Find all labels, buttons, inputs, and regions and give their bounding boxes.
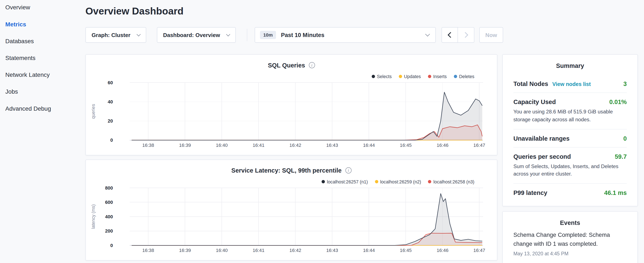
svg-text:16:46: 16:46 (437, 143, 448, 148)
now-button[interactable]: Now (479, 27, 503, 43)
svg-text:200: 200 (105, 228, 113, 234)
time-range-dropdown[interactable]: 10m Past 10 Minutes (255, 27, 436, 43)
event-item[interactable]: Schema Change Completed: Schema change w… (502, 229, 638, 256)
svg-text:16:45: 16:45 (400, 143, 412, 148)
svg-text:400: 400 (105, 214, 113, 219)
svg-text:16:38: 16:38 (142, 143, 154, 148)
summary-label: Capacity Used (514, 98, 556, 105)
graph-scope-dropdown[interactable]: Graph: Cluster (86, 27, 146, 43)
svg-text:latency (ms): latency (ms) (91, 204, 96, 229)
summary-description: You are using 28.6 MiB of 515.9 GiB usab… (514, 108, 627, 123)
time-prev-button[interactable] (442, 27, 458, 43)
summary-row-capacity-used: Capacity Used 0.01% You are using 28.6 M… (514, 93, 627, 129)
time-next-button[interactable] (458, 27, 474, 43)
time-nav-group (442, 27, 474, 43)
svg-text:16:47: 16:47 (474, 143, 486, 148)
chevron-down-icon (425, 32, 430, 36)
svg-text:16:40: 16:40 (216, 248, 228, 253)
svg-text:0: 0 (110, 137, 113, 143)
sidebar-item-advanced-debug[interactable]: Advanced Debug (0, 100, 80, 117)
summary-value: 3 (624, 80, 627, 87)
app-root: Overview Metrics Databases Statements Ne… (0, 0, 644, 263)
sidebar-nav: Overview Metrics Databases Statements Ne… (0, 0, 80, 263)
svg-text:16:43: 16:43 (326, 143, 338, 148)
summary-title: Summary (502, 55, 638, 75)
summary-body: Total Nodes View nodes list 3 Capacity U… (502, 75, 638, 201)
svg-text:16:42: 16:42 (289, 248, 301, 253)
chevron-right-icon (462, 32, 468, 38)
event-timestamp: May 13, 2020 at 4:45 PM (514, 251, 627, 256)
summary-label: P99 latency (514, 189, 547, 196)
controls-divider (247, 29, 247, 41)
summary-row-total-nodes: Total Nodes View nodes list 3 (514, 75, 627, 93)
svg-text:16:38: 16:38 (142, 248, 154, 253)
svg-text:40: 40 (108, 99, 113, 105)
sql-queries-chart-panel: SQL Queries i SelectsUpdatesInsertsDelet… (86, 54, 498, 155)
summary-row-p99-latency: P99 latency 46.1 ms (514, 183, 627, 201)
summary-description: Sum of Selects, Updates, Inserts, and De… (514, 163, 627, 178)
svg-text:16:40: 16:40 (216, 143, 228, 148)
sidebar-item-overview[interactable]: Overview (0, 0, 80, 16)
summary-label: Queries per second (514, 153, 571, 160)
dashboard-dropdown[interactable]: Dashboard: Overview (157, 27, 236, 43)
summary-value: 0 (624, 135, 627, 142)
svg-text:0: 0 (110, 243, 113, 248)
svg-text:60: 60 (108, 80, 113, 85)
sidebar-item-statements[interactable]: Statements (0, 50, 80, 67)
sidebar-item-jobs[interactable]: Jobs (0, 83, 80, 100)
svg-text:16:47: 16:47 (474, 248, 486, 253)
summary-label: Total Nodes (514, 80, 548, 87)
svg-text:16:41: 16:41 (252, 143, 264, 148)
sidebar-item-metrics[interactable]: Metrics (0, 16, 80, 33)
time-range-label: Past 10 Minutes (281, 32, 426, 38)
svg-text:16:39: 16:39 (179, 248, 191, 253)
summary-label: Unavailable ranges (514, 135, 570, 142)
page-title: Overview Dashboard (86, 5, 184, 17)
svg-text:16:44: 16:44 (363, 248, 375, 253)
svg-text:16:39: 16:39 (179, 143, 191, 148)
svg-text:16:46: 16:46 (437, 248, 448, 253)
summary-value: 59.7 (615, 153, 626, 160)
svg-text:16:42: 16:42 (289, 143, 301, 148)
svg-text:600: 600 (105, 200, 113, 205)
summary-value: 46.1 ms (604, 189, 627, 196)
graph-scope-label: Graph: Cluster (92, 32, 130, 38)
summary-value: 0.01% (609, 98, 627, 105)
summary-row-queries-per-second: Queries per second 59.7 Sum of Selects, … (514, 147, 627, 183)
svg-text:16:41: 16:41 (252, 248, 264, 253)
svg-text:16:44: 16:44 (363, 143, 375, 148)
summary-panel: Summary Total Nodes View nodes list 3 Ca… (502, 54, 638, 206)
events-panel: Events Schema Change Completed: Schema c… (502, 211, 638, 263)
chevron-left-icon (448, 32, 453, 38)
chart-plot: 16:3816:3916:4016:4116:4216:4316:4416:45… (86, 160, 497, 260)
chevron-down-icon (136, 32, 140, 36)
svg-text:16:45: 16:45 (400, 248, 412, 253)
view-nodes-list-link[interactable]: View nodes list (552, 81, 591, 87)
summary-row-unavailable-ranges: Unavailable ranges 0 (514, 129, 627, 147)
sidebar-item-network-latency[interactable]: Network Latency (0, 67, 80, 83)
chart-plot: 16:3816:3916:4016:4116:4216:4316:4416:45… (86, 55, 497, 155)
svg-text:16:43: 16:43 (326, 248, 338, 253)
sidebar-item-databases[interactable]: Databases (0, 33, 80, 50)
events-title: Events (502, 212, 638, 229)
service-latency-chart-panel: Service Latency: SQL, 99th percentile i … (86, 160, 498, 261)
svg-text:800: 800 (105, 185, 113, 191)
chevron-down-icon (226, 32, 230, 36)
dashboard-dropdown-label: Dashboard: Overview (163, 32, 220, 38)
svg-text:20: 20 (108, 118, 113, 124)
svg-text:queries: queries (91, 104, 96, 119)
event-text: Schema Change Completed: Schema change w… (514, 230, 627, 249)
time-range-badge: 10m (260, 31, 276, 39)
dashboard-controls: Graph: Cluster Dashboard: Overview 10m P… (86, 27, 503, 43)
